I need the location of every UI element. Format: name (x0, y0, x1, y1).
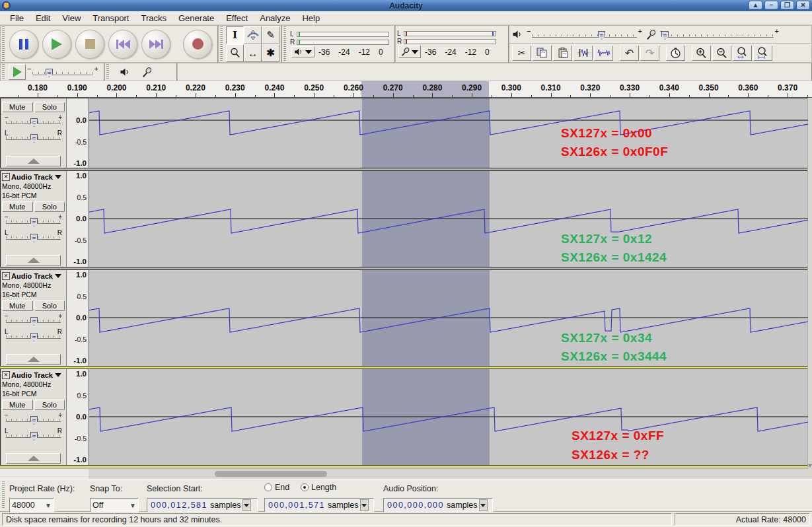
mute-button[interactable]: Mute (2, 102, 33, 112)
play-button[interactable] (42, 30, 71, 59)
menu-generate[interactable]: Generate (172, 12, 220, 24)
track-title[interactable]: Audio Track (11, 371, 53, 379)
menu-effect[interactable]: Effect (220, 12, 254, 24)
redo-button[interactable]: ↷ (640, 46, 659, 61)
speaker-icon[interactable] (120, 68, 130, 76)
selection-start-field[interactable]: 000,012,581 samples (147, 498, 258, 512)
pan-thumb[interactable] (30, 234, 38, 242)
maximize-button[interactable]: ❐ (780, 1, 794, 10)
horizontal-scrollbar[interactable] (0, 469, 812, 479)
gain-thumb[interactable] (30, 218, 38, 227)
toolbar-grabber[interactable] (1, 481, 6, 509)
timer-button[interactable] (666, 46, 685, 61)
mute-button[interactable]: Mute (2, 300, 33, 311)
silence-audio-button[interactable] (594, 46, 613, 61)
vertical-ruler[interactable]: 1.00.50.0-0.5-1.0 (67, 270, 89, 366)
mute-button[interactable]: Mute (2, 201, 33, 212)
stop-button[interactable] (75, 30, 104, 59)
menu-tracks[interactable]: Tracks (135, 12, 172, 24)
playback-meter-menu[interactable] (291, 46, 314, 57)
gain-thumb[interactable] (30, 416, 38, 425)
menu-file[interactable]: File (4, 12, 30, 24)
project-rate-select[interactable]: 48000▼ (9, 498, 54, 512)
selection-tool-button[interactable]: I (226, 26, 244, 44)
playback-meter-right[interactable] (297, 40, 389, 45)
zoom-out-button[interactable] (712, 46, 731, 61)
gain-slider[interactable]: − + (3, 213, 63, 228)
recording-meter-right[interactable] (404, 39, 496, 44)
waveform-view[interactable]: SX127x = 0x00SX126x = 0x0F0F (89, 98, 808, 168)
playback-speed-slider[interactable]: −+ (27, 66, 98, 78)
record-button[interactable] (183, 30, 212, 59)
input-volume-thumb[interactable] (661, 31, 669, 40)
track-menu-arrow-icon[interactable] (55, 373, 61, 377)
length-radio[interactable]: Length (301, 483, 336, 492)
track-menu-arrow-icon[interactable] (55, 274, 61, 278)
skip-to-end-button[interactable] (141, 30, 170, 59)
audio-position-field[interactable]: 000,000,000 samples (383, 498, 493, 512)
skip-to-start-button[interactable] (108, 30, 137, 59)
pan-slider[interactable]: L R (3, 427, 63, 442)
vertical-ruler[interactable]: 0.0-0.5-1.0 (67, 98, 89, 168)
fit-project-button[interactable] (753, 46, 772, 61)
pan-slider[interactable]: L R (3, 229, 63, 244)
close-button[interactable]: ✕ (796, 1, 810, 10)
collapse-button[interactable] (6, 255, 61, 265)
output-volume-slider[interactable]: −+ (527, 28, 642, 40)
solo-button[interactable]: Solo (34, 300, 65, 311)
fit-selection-button[interactable] (733, 46, 752, 61)
snap-to-select[interactable]: Off▼ (90, 498, 139, 512)
gain-slider[interactable]: − + (3, 312, 63, 327)
waveform-view[interactable]: SX127x = 0xFFSX126x = ?? (89, 369, 808, 465)
playback-meter-left[interactable] (297, 32, 389, 37)
track-menu-arrow-icon[interactable] (55, 175, 61, 179)
cut-button[interactable]: ✂ (512, 46, 531, 61)
envelope-tool-button[interactable] (244, 26, 262, 44)
waveform-view[interactable]: SX127x = 0x12SX126x = 0x1424 (89, 171, 808, 267)
field-dropdown-button[interactable] (479, 499, 488, 511)
end-radio[interactable]: End (264, 483, 289, 492)
toolbar-grabber[interactable] (1, 64, 6, 80)
pan-slider[interactable]: L R (3, 328, 63, 343)
track-close-button[interactable]: × (2, 272, 10, 280)
toolbar-grabber[interactable] (219, 26, 223, 61)
menu-help[interactable]: Help (296, 12, 326, 24)
track-close-button[interactable]: × (2, 173, 10, 181)
toolbar-grabber[interactable] (283, 26, 287, 61)
menu-transport[interactable]: Transport (87, 12, 135, 24)
solo-button[interactable]: Solo (34, 400, 65, 410)
pan-thumb[interactable] (30, 333, 38, 341)
hscroll-thumb[interactable] (215, 471, 327, 477)
trim-audio-button[interactable] (573, 46, 593, 61)
vertical-scrollbar[interactable] (807, 98, 812, 469)
menu-view[interactable]: View (56, 12, 87, 24)
track-close-button[interactable]: × (2, 371, 10, 379)
mute-button[interactable]: Mute (2, 400, 33, 410)
pan-thumb[interactable] (30, 432, 38, 440)
selection-length-field[interactable]: 000,001,571 samples (264, 498, 374, 512)
pause-button[interactable] (9, 30, 38, 59)
gain-thumb[interactable] (30, 317, 38, 326)
collapse-button[interactable] (6, 354, 61, 365)
recording-meter-menu[interactable] (398, 46, 421, 58)
undo-button[interactable]: ↶ (620, 46, 639, 61)
menu-analyze[interactable]: Analyze (254, 12, 296, 24)
collapse-button[interactable] (6, 453, 61, 464)
gain-slider[interactable]: − + (3, 114, 63, 128)
microphone-icon[interactable] (142, 67, 152, 77)
field-dropdown-button[interactable] (242, 499, 251, 511)
toolbar-grabber[interactable] (1, 26, 6, 61)
paste-button[interactable] (553, 46, 572, 61)
collapse-button[interactable] (6, 156, 61, 166)
waveform-view[interactable]: SX127x = 0x34SX126x = 0x3444 (89, 270, 808, 366)
play-at-speed-button[interactable] (9, 64, 26, 80)
track-title[interactable]: Audio Track (11, 173, 53, 181)
minimize-button[interactable]: – (764, 1, 778, 10)
toolbar-grabber[interactable] (106, 64, 110, 80)
copy-button[interactable] (533, 46, 552, 61)
shade-button[interactable]: ▲ (749, 1, 762, 10)
pan-thumb[interactable] (30, 134, 38, 143)
zoom-tool-button[interactable] (226, 44, 244, 62)
gain-slider[interactable]: − + (3, 411, 63, 426)
vertical-ruler[interactable]: 1.00.50.0-0.5-1.0 (67, 369, 89, 465)
